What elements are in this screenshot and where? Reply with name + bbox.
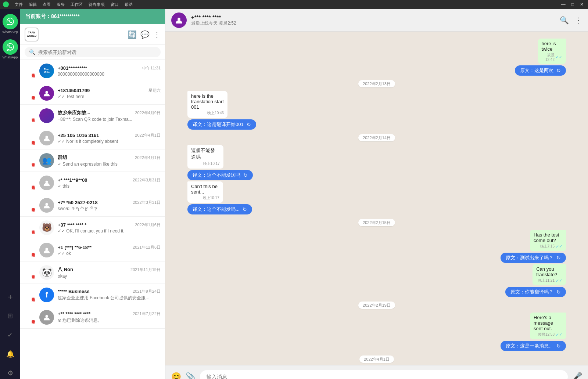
check-icon[interactable]: ✓ [3,327,18,343]
message-row: 這個不能發送嗎 晚上10:17 译文：这个不能发送吗 ↻ [187,145,566,180]
menu-item-workspace[interactable]: 工作区 [71,2,83,7]
chat-name: 故乡来应如故... [58,109,90,116]
emoji-button[interactable]: 😊 [171,372,181,379]
translation-bubble[interactable]: 原文：你能翻译吗？ ↻ [505,287,566,297]
chat-preview: ✓ this [58,184,161,189]
chat-preview: ✓✓ Test here [58,94,161,99]
refresh-icon: ↻ [247,122,251,127]
message-time: 凌晨12:42 [542,53,555,62]
chat-time: 2022年4月1日 [135,133,161,138]
menu-item-window[interactable]: 窗口 [111,2,119,7]
chat-info: +001********** 中午11:31 00000000000000000… [58,65,161,77]
chat-preview: sword နောရာကဲသူတ်မှာ [58,206,161,211]
whatsapp-account-1[interactable] [3,14,18,29]
chat-time: 2021年7月22日 [133,311,161,317]
message-text: Here's a message sent out. [534,315,562,331]
menu-item-todo[interactable]: 待办事项 [89,2,105,7]
close-button[interactable]: ✕ [578,2,585,7]
menu-item-view[interactable]: 查看 [43,2,51,7]
chat-time: 2021年9月24日 [133,289,161,294]
settings-icon[interactable]: ⚙ [3,365,18,379]
message-time: 晚上10:17 [203,195,219,201]
translation-bubble[interactable]: 原文：测试出来了吗？ ↻ [501,253,566,263]
chat-preview: ✓✓ Nor is it completely absent [58,139,161,144]
mic-button[interactable]: 🎤 [572,372,582,379]
chat-info: +25 105 1016 3161 2022年4月1日 ✓✓ Nor is it… [58,133,161,144]
search-input[interactable] [38,50,156,55]
menu-item-service[interactable]: 服务 [57,2,65,7]
more-options-button[interactable]: ⋮ [153,30,161,39]
chat-name: ***** Business [58,289,90,294]
whatsapp-1-label: WhatsAPp [2,30,18,34]
read-receipt-icon: ✓✓ [556,55,562,59]
refresh-button[interactable]: 🔄 [128,30,137,39]
translation-bubble[interactable]: 原文：这是一条消息。 ↻ [501,341,566,351]
new-chat-button[interactable]: 💬 [140,30,150,39]
chat-info: +** **** **** **** 2021年7月22日 ⊘ 您已删除这条消息… [58,311,161,324]
chat-name: +7* *50 2527-0218 [58,200,98,205]
date-divider: 2022年2月15日 [187,219,566,225]
chat-time: 2021年12月6日 [133,245,161,250]
message-time: 凌晨12:58 [538,332,555,337]
menu-item-file[interactable]: 文件 [15,2,23,7]
chat-list-panel: 当前账号：861********** TRANWORLD 🔄 💬 ⋮ 🔍 双击备… [20,9,165,379]
messages-area: here is twice 凌晨12:42 ✓✓ 原文：这是两次 ↻ 2022年… [165,32,588,365]
message-text: here is the translation start 001 [191,93,224,110]
svg-point-0 [46,91,48,94]
chat-preview: ⊘ 您已删除这条消息。 [58,317,161,324]
translation-bubble[interactable]: 译文：这个不能发送吗 ↻ [187,170,253,180]
chat-preview: ✓✓ ok [58,251,161,256]
message-time: 晚上7:15 [540,244,555,249]
refresh-icon: ↻ [556,289,561,295]
chat-item[interactable]: 双击备注 故乡来应如故... 2022年4月9日 +86***: Scan QR… [20,105,165,127]
grid-icon[interactable]: ⊞ [3,308,18,324]
message-input[interactable] [200,370,568,379]
read-receipt-icon: ✓✓ [556,278,562,283]
read-receipt-icon: ✓✓ [556,332,562,337]
chat-item[interactable]: 双击备注 👥 群组 2022年4月1日 ✓ Send an expression… [20,149,165,172]
translation-bubble[interactable]: 原文：这是两次 ↻ [515,65,566,76]
attachment-button[interactable]: 📎 [186,372,196,379]
chat-more-button[interactable]: ⋮ [575,16,582,25]
search-chat-button[interactable]: 🔍 [560,16,569,25]
svg-point-1 [46,136,48,138]
svg-point-6 [178,18,180,21]
date-label: 2022年2月19日 [358,302,395,309]
chat-preview: 这家企业正使用 Facebook 公司提供的安全服... [58,295,161,301]
maximize-button[interactable]: □ [570,2,576,7]
menu-item-edit[interactable]: 编辑 [29,2,37,7]
date-label: 2022年4月1日 [359,355,394,363]
chat-preview: 0000000000000000000 [58,72,161,77]
chat-name: +001********** [58,65,87,71]
chat-info: 故乡来应如故... 2022年4月9日 +86***: Scan QR code… [58,109,161,122]
whatsapp-account-2[interactable] [3,39,18,55]
chat-item[interactable]: 双击备注 +* ***1**9**00 2022年3月31日 ✓ this [20,172,165,194]
chat-item[interactable]: 双击备注 f ***** Business 2021年9月24日 这家企业正使用… [20,284,165,306]
chat-item[interactable]: 双击备注 +** **** **** **** 2021年7月22日 ⊘ 您已删… [20,306,165,329]
minimize-button[interactable]: — [560,2,567,7]
message-bubble: here is the translation start 001 晚上10:4… [187,91,227,118]
add-account-button[interactable]: ＋ [3,289,18,304]
svg-point-4 [46,248,48,250]
chat-item[interactable]: 双击备注 +25 105 1016 3161 2022年4月1日 ✓✓ Nor … [20,127,165,149]
chat-item[interactable]: 双击备注 🐼 八 Non 2021年11月19日 okay [20,261,165,284]
chat-item[interactable]: 双击备注 +18145041799 星期六 ✓✓ Test here [20,82,165,105]
translation-bubble[interactable]: 译文：这是翻译开始001 ↻ [187,119,256,130]
translation-bubble[interactable]: 译文：这个不能发吗... ↻ [187,204,252,214]
chat-info: 八 Non 2021年11月19日 okay [58,266,161,279]
chat-item[interactable]: 双击备注 +7* *50 2527-0218 2022年3月31日 sword … [20,194,165,217]
chat-name: +18145041799 [58,88,90,93]
chat-preview: ✓ Send an expression like this [58,162,161,167]
chat-item[interactable]: 双击备注 +1 (***) **6-18** 2021年12月6日 ✓✓ ok [20,239,165,261]
message-row: here is the translation start 001 晚上10:4… [187,91,566,130]
chat-item[interactable]: 双击备注 TranMeta +001********** 中午11:31 000… [20,60,165,82]
chat-name: 八 Non [58,266,73,273]
account-header: 当前账号：861********** [20,9,165,24]
message-time: 晚上10:46 [207,111,224,116]
svg-point-5 [46,315,48,318]
chat-info: +* ***1**9**00 2022年3月31日 ✓ this [58,177,161,189]
chat-item[interactable]: 双击备注 🐻 +37 **** **** * 2022年1月6日 ✓✓ OK, … [20,217,165,239]
notification-icon[interactable]: 🔔 [3,346,18,362]
chat-info: +37 **** **** * 2022年1月6日 ✓✓ OK, I'll co… [58,222,161,234]
menu-item-help[interactable]: 帮助 [125,2,133,7]
